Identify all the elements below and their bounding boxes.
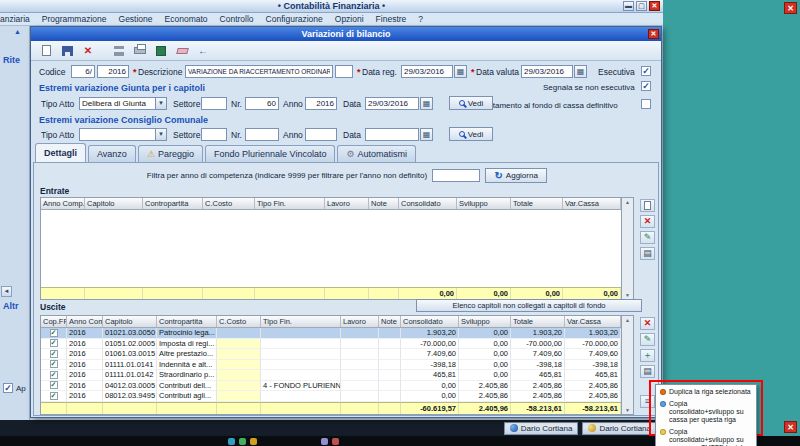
- maximize-icon[interactable]: ▢: [636, 1, 647, 11]
- tray-icon[interactable]: [250, 438, 257, 445]
- context-menu-item[interactable]: Duplica la riga selezionata: [657, 386, 755, 398]
- table-row[interactable]: ✓201601061.03.0015Altre prestazio...7.40…: [41, 349, 621, 360]
- tab-dettagli[interactable]: Dettagli: [35, 143, 86, 163]
- table-row[interactable]: ✓201608012.03.9495Contributi agli...0,00…: [41, 391, 621, 402]
- column-header[interactable]: Consolidato: [401, 316, 459, 327]
- tab-avanzo[interactable]: Avanzo: [88, 145, 136, 163]
- chevron-down-icon[interactable]: ▼: [155, 129, 166, 140]
- menu-item[interactable]: Controllo: [214, 14, 260, 24]
- settore-field[interactable]: [201, 97, 227, 110]
- column-header[interactable]: Note: [369, 198, 399, 209]
- entrate-body[interactable]: [41, 210, 621, 287]
- tab-automatismi[interactable]: ⚙Automatismi: [337, 145, 416, 163]
- context-menu-item[interactable]: Copia consolidato+sviluppo su cassa per …: [657, 426, 755, 446]
- nr-field[interactable]: [245, 97, 279, 110]
- context-menu-item[interactable]: Copia consolidato+sviluppo su cassa per …: [657, 398, 755, 426]
- anno-field[interactable]: [305, 97, 337, 110]
- entrate-detail-button[interactable]: ▤: [640, 247, 655, 260]
- assestamento-checkbox[interactable]: [641, 99, 651, 109]
- uscite-add-row-button[interactable]: ＋: [640, 349, 655, 362]
- fpv-checkbox[interactable]: ✓: [50, 371, 58, 379]
- entrate-delete-row-button[interactable]: ✕: [640, 215, 655, 228]
- menu-item[interactable]: Economato: [159, 14, 214, 24]
- fpv-checkbox[interactable]: ✓: [50, 360, 58, 368]
- fpv-checkbox[interactable]: ✓: [50, 339, 58, 347]
- fpv-checkbox[interactable]: ✓: [50, 350, 58, 358]
- column-header[interactable]: Sviluppo: [457, 198, 511, 209]
- menu-item[interactable]: Opzioni: [329, 14, 370, 24]
- column-header[interactable]: Capitolo: [103, 316, 157, 327]
- calendar-icon[interactable]: ▦: [574, 65, 587, 78]
- entrate-edit-row-button[interactable]: ✎: [640, 231, 655, 244]
- settore-field[interactable]: [201, 128, 227, 141]
- aggiorna-button[interactable]: ↻Aggiorna: [485, 168, 547, 183]
- table-row[interactable]: ✓201601111.01.0142Straordinario p...465,…: [41, 370, 621, 381]
- tipo-atto-select[interactable]: ▼: [79, 128, 167, 141]
- codice-anno-field[interactable]: [97, 65, 129, 78]
- entrate-scrollbar[interactable]: ▲▼: [622, 197, 634, 300]
- fpv-checkbox[interactable]: ✓: [50, 392, 58, 400]
- chevron-down-icon[interactable]: ▼: [155, 98, 166, 109]
- calendar-icon[interactable]: ▦: [420, 97, 433, 110]
- column-header[interactable]: Tipo Fin.: [255, 198, 325, 209]
- column-header[interactable]: Var.Cassa: [565, 316, 621, 327]
- descrizione-field[interactable]: [185, 65, 333, 78]
- menu-item[interactable]: Gestione: [113, 14, 159, 24]
- menu-item[interactable]: anziaria: [0, 14, 36, 24]
- column-header[interactable]: C.Costo: [203, 198, 255, 209]
- column-header[interactable]: Lavoro: [325, 198, 369, 209]
- tab-pareggio[interactable]: ⚠Pareggio: [138, 145, 203, 163]
- table-row[interactable]: ✓201601111.01.0141Indennità e alt...-398…: [41, 360, 621, 371]
- tray-icon[interactable]: [321, 438, 328, 445]
- tab-fondo-pluriennale-vincolato[interactable]: Fondo Pluriennale Vincolato: [205, 145, 335, 163]
- column-header[interactable]: Note: [379, 316, 401, 327]
- print-button[interactable]: [131, 42, 149, 59]
- descrizione-ext-field[interactable]: [335, 65, 353, 78]
- scroll-up-icon[interactable]: ▲: [625, 199, 630, 205]
- uscite-detail-button[interactable]: ▤: [640, 365, 655, 378]
- column-header[interactable]: Anno Comp.: [67, 316, 103, 327]
- nr-field[interactable]: [245, 128, 279, 141]
- data-reg-field[interactable]: [401, 65, 453, 78]
- elenco-capitoli-button[interactable]: Elenco capitoli non collegati a capitoli…: [416, 299, 642, 312]
- table-row[interactable]: ✓201601051.02.0005Imposta di regi...-70.…: [41, 339, 621, 350]
- save-button[interactable]: [58, 42, 76, 59]
- scroll-down-icon[interactable]: ▼: [625, 292, 630, 298]
- column-header[interactable]: Contropartita: [143, 198, 203, 209]
- column-header[interactable]: Totale: [511, 198, 563, 209]
- column-header[interactable]: Sviluppo: [459, 316, 511, 327]
- uscite-scrollbar[interactable]: ▲▼: [622, 315, 634, 415]
- menu-item[interactable]: ?: [412, 14, 429, 24]
- clear-button[interactable]: [173, 42, 191, 59]
- column-header[interactable]: Anno Comp.: [41, 198, 85, 209]
- esecutiva-checkbox[interactable]: ✓: [641, 66, 651, 76]
- column-header[interactable]: Tipo Fin.: [261, 316, 341, 327]
- stamp-button[interactable]: [110, 42, 128, 59]
- tipo-atto-select[interactable]: Delibera di Giunta▼: [79, 97, 167, 110]
- data-field[interactable]: [365, 128, 419, 141]
- data-valuta-field[interactable]: [521, 65, 573, 78]
- segnala-checkbox[interactable]: ✓: [641, 81, 651, 91]
- column-header[interactable]: Contropartita: [157, 316, 217, 327]
- fpv-checkbox[interactable]: ✓: [50, 381, 58, 389]
- uscite-delete-row-button[interactable]: ✕: [640, 317, 655, 330]
- codice-num-field[interactable]: [71, 65, 95, 78]
- column-header[interactable]: Totale: [511, 316, 565, 327]
- fpv-checkbox[interactable]: ✓: [50, 329, 58, 337]
- anno-field[interactable]: [305, 128, 337, 141]
- new-button[interactable]: [37, 42, 55, 59]
- column-header[interactable]: Lavoro: [341, 316, 379, 327]
- menu-item[interactable]: Finestre: [370, 14, 413, 24]
- calendar-icon[interactable]: ▦: [420, 128, 433, 141]
- desktop-close-icon[interactable]: ✕: [784, 421, 797, 433]
- menu-item[interactable]: Programmazione: [36, 14, 113, 24]
- background-checkbox[interactable]: ✓: [3, 383, 13, 393]
- minimize-icon[interactable]: ▬: [623, 1, 634, 11]
- menu-item[interactable]: Configurazione: [260, 14, 329, 24]
- column-header[interactable]: C.Costo: [217, 316, 261, 327]
- dialog-titlebar[interactable]: Variazioni di bilancio ✕: [31, 27, 661, 41]
- user-session-button-2[interactable]: Dario Cortiana: [582, 422, 657, 435]
- column-header[interactable]: Capitolo: [85, 198, 143, 209]
- delete-button[interactable]: ✕: [79, 42, 97, 59]
- scroll-up-icon[interactable]: ▲: [625, 317, 630, 323]
